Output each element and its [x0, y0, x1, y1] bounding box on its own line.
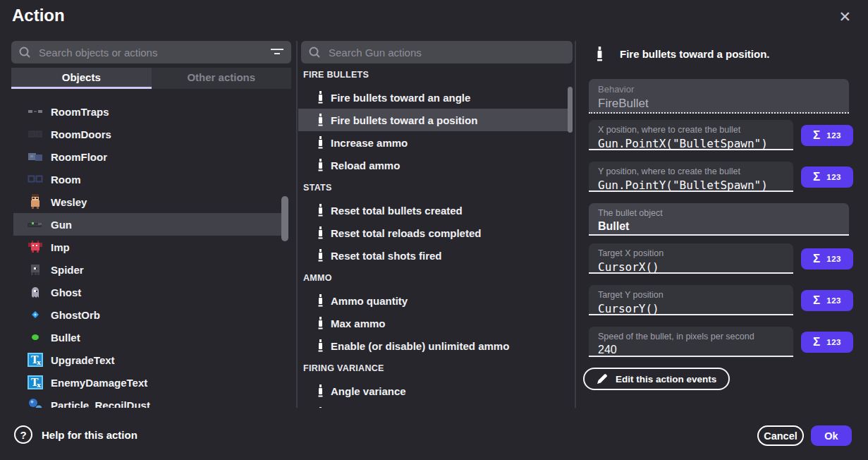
- object-item-roomdoors[interactable]: RoomDoors: [13, 123, 284, 145]
- upgradetext-icon: Tx: [27, 352, 43, 368]
- divider-middle-right: [575, 41, 576, 408]
- field-label: Target Y position: [598, 290, 793, 300]
- edit-action-events-button[interactable]: Edit this action events: [583, 368, 730, 390]
- action-label: Reset total bullets created: [331, 205, 463, 217]
- action-item[interactable]: Angle variance: [298, 380, 573, 402]
- sigma-icon: Σ: [813, 252, 820, 266]
- action-item[interactable]: Fire bullets toward an angle: [298, 86, 573, 109]
- action-item[interactable]: Reset total shots fired: [298, 244, 573, 267]
- object-item-bullet[interactable]: Bullet: [13, 326, 284, 349]
- action-item[interactable]: Max ammo: [298, 312, 573, 334]
- action-label: Enable (or disable) unlimited ammo: [331, 340, 509, 352]
- ghostorb-icon: [27, 307, 43, 322]
- objects-search-input[interactable]: [37, 46, 266, 59]
- object-item-upgradetext[interactable]: Tx UpgradeText: [13, 349, 284, 371]
- bullet-action-icon: [317, 114, 324, 126]
- tab-objects[interactable]: Objects: [11, 68, 152, 89]
- object-label: GhostOrb: [51, 309, 100, 321]
- field-value: Gun.PointY("BulletSpawn"): [598, 178, 793, 192]
- objects-panel: Objects Other actions RoomTraps RoomDoor…: [11, 0, 291, 408]
- left-scrollbar-thumb[interactable]: [281, 196, 288, 241]
- expression-editor-button[interactable]: Σ 123: [801, 248, 853, 270]
- object-label: Imp: [51, 241, 70, 253]
- object-label: Gun: [51, 219, 72, 231]
- field-target-y[interactable]: Target Y position CursorY(): [589, 285, 793, 315]
- expression-editor-button[interactable]: Σ 123: [801, 167, 853, 188]
- object-item-roomfloor[interactable]: RoomFloor: [13, 145, 284, 168]
- object-item-ghost[interactable]: Ghost: [13, 281, 284, 303]
- field-label: Speed of the bullet, in pixels per secon…: [598, 332, 793, 341]
- bullet-action-icon: [317, 317, 324, 329]
- help-icon: ?: [14, 425, 32, 444]
- action-detail-title: Fire bullets toward a position.: [620, 48, 770, 60]
- section-header: STATS: [298, 176, 573, 199]
- section-header: AMMO: [298, 267, 573, 289]
- field-speed[interactable]: Speed of the bullet, in pixels per secon…: [589, 327, 793, 357]
- filter-icon[interactable]: [270, 47, 284, 57]
- object-item-wesley[interactable]: Wesley: [13, 190, 284, 213]
- action-item[interactable]: Enable (or disable) unlimited ammo: [298, 334, 573, 357]
- object-item-particle-recoildust[interactable]: Particle_RecoilDust: [13, 394, 284, 408]
- object-label: Spider: [51, 264, 84, 276]
- tab-other-actions-label: Other actions: [187, 71, 255, 83]
- actions-search-input[interactable]: [327, 46, 566, 59]
- objects-search-bar: [11, 41, 291, 63]
- svg-text:x: x: [37, 381, 42, 389]
- action-item[interactable]: Increase ammo: [298, 131, 573, 154]
- field-target-x[interactable]: Target X position CursorX(): [589, 243, 793, 274]
- sigma-icon: Σ: [813, 170, 820, 184]
- numbers-icon: 123: [826, 338, 841, 346]
- bullet-icon: [27, 329, 43, 345]
- field-y-position[interactable]: Y position, where to create the bullet G…: [589, 162, 793, 192]
- object-item-ghostorb[interactable]: GhostOrb: [13, 303, 284, 326]
- expression-editor-button[interactable]: Σ 123: [801, 290, 853, 311]
- roomtraps-icon: [27, 104, 43, 119]
- tab-other-actions[interactable]: Other actions: [152, 68, 292, 89]
- action-item[interactable]: Reload ammo: [298, 154, 573, 176]
- action-item[interactable]: Reset total bullets created: [298, 199, 573, 222]
- expression-editor-button[interactable]: Σ 123: [801, 125, 853, 146]
- bullet-action-icon: [317, 136, 324, 149]
- object-label: Wesley: [51, 196, 87, 208]
- cancel-button[interactable]: Cancel: [757, 425, 804, 446]
- gun-icon: [27, 217, 43, 232]
- action-item[interactable]: Ammo quantity: [298, 289, 573, 312]
- action-list: FIRE BULLETS Fire bullets toward an angl…: [298, 63, 573, 408]
- action-detail-header: Fire bullets toward a position.: [596, 47, 770, 61]
- object-item-gun[interactable]: Gun: [13, 213, 284, 236]
- field-x-position[interactable]: X position, where to create the bullet G…: [589, 120, 793, 150]
- action-label: Reset total shots fired: [331, 250, 442, 262]
- action-label: Increase ammo: [331, 137, 408, 149]
- actions-panel: FIRE BULLETS Fire bullets toward an angl…: [298, 0, 573, 408]
- action-item-selected[interactable]: Fire bullets toward a position: [298, 109, 573, 131]
- left-tabs: Objects Other actions: [11, 68, 291, 89]
- action-label: Reload ammo: [331, 159, 400, 171]
- bullet-action-icon: [317, 204, 324, 217]
- object-item-spider[interactable]: Spider: [13, 258, 284, 281]
- tab-objects-label: Objects: [62, 71, 101, 83]
- action-item-partial[interactable]: [298, 402, 573, 408]
- object-item-room[interactable]: Room: [13, 168, 284, 190]
- bullet-action-icon: [317, 407, 324, 408]
- object-item-imp[interactable]: Imp: [13, 236, 284, 258]
- section-header: FIRE BULLETS: [298, 63, 573, 86]
- action-item[interactable]: Reset total reloads completed: [298, 222, 573, 244]
- bullet-action-icon: [317, 226, 324, 239]
- field-value: Gun.PointX("BulletSpawn"): [598, 137, 793, 150]
- action-detail-panel: Fire bullets toward a position. Behavior…: [578, 0, 857, 408]
- action-label: Max ammo: [331, 317, 386, 329]
- object-item-roomtraps[interactable]: RoomTraps: [13, 100, 284, 123]
- object-item-enemydamagetext[interactable]: Tx EnemyDamageText: [13, 371, 284, 394]
- help-label: Help for this action: [42, 429, 137, 441]
- field-value: 240: [598, 344, 793, 356]
- particle-icon: [27, 397, 43, 408]
- field-bullet-object[interactable]: The bullet object Bullet: [589, 203, 849, 236]
- expression-editor-button[interactable]: Σ 123: [801, 332, 853, 353]
- action-label: Angle variance: [331, 385, 406, 397]
- edit-action-events-label: Edit this action events: [616, 374, 716, 385]
- numbers-icon: 123: [826, 173, 841, 181]
- ok-button[interactable]: Ok: [811, 425, 852, 446]
- middle-scrollbar-thumb[interactable]: [568, 87, 573, 133]
- help-for-action[interactable]: ? Help for this action: [14, 425, 137, 444]
- roomfloor-icon: [27, 149, 43, 164]
